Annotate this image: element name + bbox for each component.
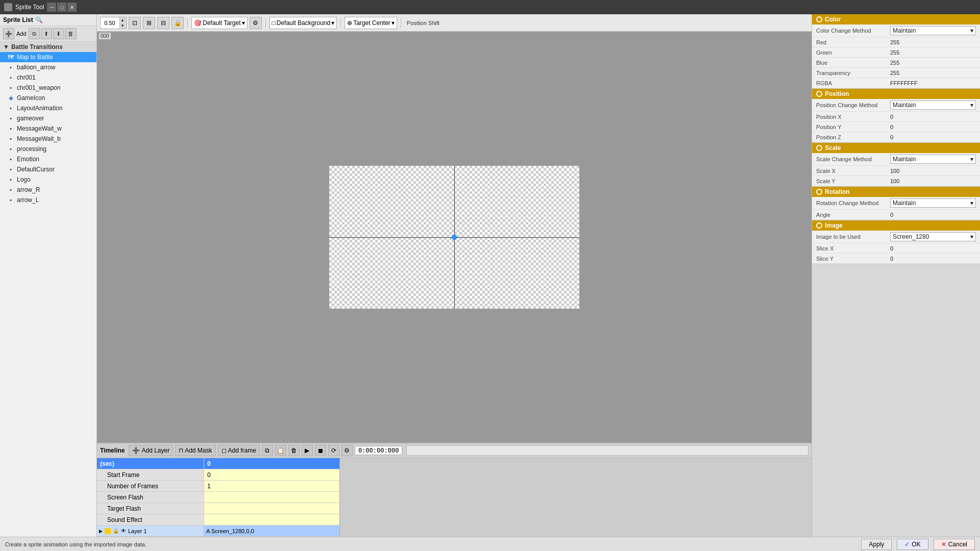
map-icon: 🗺 [7,54,14,61]
scale-method-dropdown[interactable]: Maintain ▾ [890,155,976,164]
sidebar-item-emotion[interactable]: ▪ Emotion [0,154,96,164]
rp-color-header: Color [812,14,980,24]
status-bar: Create a sprite animation using the impo… [0,537,980,551]
rp-scale-header: Scale [812,143,980,153]
play-btn[interactable]: ▶ [302,445,313,456]
minimize-btn[interactable]: ─ [47,3,56,12]
add-mask-label: Add Mask [185,447,212,454]
close-btn[interactable]: ✕ [67,3,77,12]
sidebar-item-layout-animation[interactable]: ▪ LayoutAnimation [0,103,96,113]
grid-btn[interactable]: ⊞ [143,17,155,29]
show-all-btn[interactable]: ⊟ [157,17,169,29]
rp-slice-y-value: 0 [886,254,980,263]
tl-sound-effect-value[interactable] [204,514,339,525]
target-settings-btn[interactable]: ⚙ [250,17,262,29]
sidebar-item-defaultcursor[interactable]: ▪ DefaultCursor [0,164,96,174]
stop-btn[interactable]: ◼ [315,445,326,456]
sidebar-item-chr001-weapon[interactable]: ▪ chr001_weapon [0,83,96,93]
copy-frame-btn[interactable]: ⧉ [262,445,273,456]
export-button[interactable]: ⬇ [53,28,64,39]
zoom-up-btn[interactable]: ▲ [119,17,126,23]
sidebar-item-gameover[interactable]: ▪ gameover [0,113,96,123]
sidebar-item-gameicon[interactable]: ◈ GameIcon [0,93,96,103]
cancel-button[interactable]: ✕ Cancel [934,539,975,550]
rp-pos-y-label: Position Y [812,122,886,132]
import-button[interactable]: ⬆ [41,28,52,39]
rp-rot-method-value[interactable]: Maintain ▾ [886,197,980,209]
sidebar-item-messagewait-w[interactable]: ▪ MessageWait_w [0,123,96,134]
pos-method-dropdown[interactable]: Maintain ▾ [890,101,976,110]
loop-btn[interactable]: ⟳ [328,445,339,456]
sidebar-item-balloon-arrow[interactable]: ▪ balloon_arrow [0,62,96,72]
add-button[interactable]: ➕ [3,28,14,39]
timeline-scrub-bar[interactable] [406,445,808,456]
tl-target-flash-value[interactable] [204,503,339,514]
color-method-dropdown[interactable]: Maintain ▾ [890,26,976,35]
sidebar-toolbar: ➕ Add ⧉ ⬆ ⬇ 🗑 [0,26,96,42]
sidebar-item-label: MessageWait_w [17,125,62,132]
sidebar-item-chr001[interactable]: ▪ chr001 [0,72,96,83]
tl-header-value[interactable]: 0 [204,458,339,469]
tl-start-frame-value[interactable]: 0 [204,469,339,480]
layer-expand-arrow[interactable]: ▶ [99,529,103,534]
rp-pos-y-row: Position Y 0 [812,122,980,132]
rp-rotation-header: Rotation [812,187,980,197]
rp-scale-method-row: Scale Change Method Maintain ▾ [812,153,980,166]
add-frame-btn[interactable]: ◻ Add frame [218,445,260,456]
zoom-control[interactable]: 0.50 ▲ ▼ [100,17,127,29]
game-icon: ◈ [7,94,14,102]
rp-scale-x-label: Scale X [812,166,886,176]
image-section-icon [816,222,822,229]
sidebar-item-label: arrow_L [17,196,39,204]
zoom-down-btn[interactable]: ▼ [119,23,126,29]
rp-scale-x-value: 100 [886,166,980,176]
layer-visibility-icon: 👁 [121,528,126,534]
maximize-btn[interactable]: □ [57,3,66,12]
paste-frame-btn[interactable]: 📋 [275,445,286,456]
add-layer-btn[interactable]: ➕ Add Layer [129,445,173,456]
rp-rot-method-row: Rotation Change Method Maintain ▾ [812,197,980,210]
target-center-dropdown[interactable]: ⊕ Target Center ▾ [345,17,397,29]
rp-angle-row: Angle 0 [812,210,980,220]
copy-button[interactable]: ⧉ [29,28,40,39]
sidebar-item-arrow-r[interactable]: ▪ arrow_R [0,185,96,195]
sidebar-item-map-to-battle[interactable]: 🗺 Map to Battle [0,52,96,62]
sidebar-group-battle-transitions[interactable]: ▼ Battle Transitions [0,42,96,52]
target-dropdown[interactable]: 🎯 Default Target ▾ [191,17,248,29]
apply-button[interactable]: Apply [861,539,892,550]
tl-row-screen-flash: Screen Flash [97,492,339,503]
sidebar-item-processing[interactable]: ▪ processing [0,144,96,154]
settings-btn[interactable]: ⚙ [341,445,353,456]
sprite-canvas[interactable] [329,166,579,309]
background-dropdown[interactable]: □ Default Background ▾ [270,17,337,29]
search-icon[interactable]: 🔍 [35,16,43,23]
sidebar-item-messagewait-b[interactable]: ▪ MessageWait_b [0,134,96,144]
delete-frame-btn[interactable]: 🗑 [288,445,300,456]
group-icon: ▼ [3,43,9,51]
tl-num-frames-value[interactable]: 1 [204,481,339,491]
rp-angle-value: 0 [886,210,980,219]
rp-color-method-value[interactable]: Maintain ▾ [886,24,980,37]
ok-button[interactable]: ✓ OK [897,539,928,550]
rp-green-label: Green [812,47,886,57]
timeline-track-area[interactable] [339,458,812,537]
delete-button[interactable]: 🗑 [65,28,77,39]
image-used-arrow: ▾ [970,233,973,240]
rp-position-header: Position [812,89,980,99]
main-toolbar: 0.50 ▲ ▼ ⊡ ⊞ ⊟ 🔒 🎯 Default Target ▾ ⚙ [97,14,812,32]
image-used-dropdown[interactable]: Screen_1280 ▾ [890,232,976,241]
lock-btn[interactable]: 🔒 [172,17,184,29]
rp-pos-method-value[interactable]: Maintain ▾ [886,99,980,111]
add-mask-btn[interactable]: ⊓ Add Mask [175,445,215,456]
sidebar-item-logo[interactable]: ▪ Logo [0,174,96,185]
tl-screen-flash-value[interactable] [204,492,339,503]
bg-dropdown-icon: ▾ [331,19,334,27]
sidebar-item-arrow-l[interactable]: ▪ arrow_L [0,195,96,205]
rot-method-dropdown[interactable]: Maintain ▾ [890,198,976,208]
item-icon: ▪ [7,156,14,163]
fit-view-btn[interactable]: ⊡ [129,17,141,29]
tl-layer-row[interactable]: ▶ 🔒 👁 Layer 1 A Screen_1280,0,0 [97,525,339,537]
rp-image-used-value[interactable]: Screen_1280 ▾ [886,231,980,243]
canvas-area[interactable]: 000 [97,32,812,442]
rp-scale-method-value[interactable]: Maintain ▾ [886,153,980,165]
